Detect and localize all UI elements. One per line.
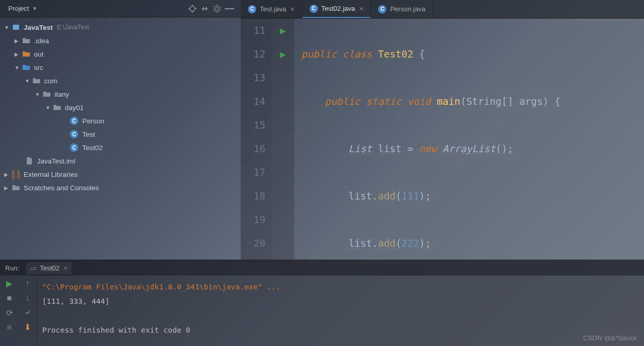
tree-file-iml[interactable]: JavaTest.iml xyxy=(0,154,241,168)
tree-package-com[interactable]: ▼ com xyxy=(0,74,241,87)
tree-label: External Libraries xyxy=(24,171,78,178)
chevron-down-icon: ▼ xyxy=(25,78,32,84)
run-line-icon[interactable]: ▶ xyxy=(272,19,294,42)
class-icon: C xyxy=(378,5,386,13)
t: . xyxy=(372,190,378,202)
tree-class-test02[interactable]: C Test02 xyxy=(0,141,241,154)
tree-label: JavaTest xyxy=(24,24,53,31)
close-icon[interactable]: × xyxy=(64,264,68,272)
run-icon[interactable]: ▶ xyxy=(6,279,12,288)
code-area[interactable]: 11 12 13 14 15 16 17 18 19 20 ▶ ▶ p xyxy=(241,19,644,260)
gear-icon[interactable] xyxy=(211,3,223,15)
run-label: Run: xyxy=(5,264,19,272)
t: ( xyxy=(396,190,401,202)
dropdown-icon[interactable]: ▼ xyxy=(32,6,37,11)
folder-icon xyxy=(22,63,31,71)
t: ( xyxy=(396,238,401,249)
project-tree: ▼ JavaTest E:\JavaTest ▶ .idea ▶ out ▼ xyxy=(0,17,241,197)
svg-rect-9 xyxy=(13,25,19,30)
t: 222 xyxy=(402,238,419,249)
tree-package-day01[interactable]: ▼ day01 xyxy=(0,101,241,114)
gutter-icons: ▶ ▶ xyxy=(272,19,294,260)
project-sidebar: Project ▼ — ▼ JavaTest E:\JavaTest ▶ xyxy=(0,0,241,260)
t: ; xyxy=(425,190,431,202)
t: Test02 xyxy=(378,48,414,60)
tree-label: itany xyxy=(55,90,69,98)
debug-icon[interactable]: ⟳ xyxy=(6,308,13,318)
export-icon[interactable]: ⬇ xyxy=(24,322,31,332)
tab-label: Person.java xyxy=(390,5,425,13)
t: = xyxy=(402,143,419,154)
tab-label: Test.java xyxy=(260,5,286,13)
tree-label: JavaTest.iml xyxy=(37,157,75,165)
run-toolbar-left: ▶ ■ ⟳ ≡ xyxy=(0,276,19,346)
t: String xyxy=(466,96,502,107)
tree-label: Person xyxy=(82,117,104,125)
tab-label: Test02.java xyxy=(321,5,355,12)
chevron-down-icon: ▼ xyxy=(4,25,11,30)
file-icon xyxy=(25,157,34,165)
t: add xyxy=(378,190,396,202)
locate-icon[interactable] xyxy=(186,3,199,15)
t: new xyxy=(419,143,437,154)
wrap-icon[interactable]: ⤶ xyxy=(24,307,31,317)
sidebar-header: Project ▼ — xyxy=(0,0,241,17)
module-icon xyxy=(11,23,21,31)
tree-scratches[interactable]: ▶ Scratches and Consoles xyxy=(0,181,241,194)
run-tab[interactable]: ▭ Test02 × xyxy=(26,262,71,274)
t: ) xyxy=(543,96,548,107)
close-icon[interactable]: × xyxy=(359,5,363,13)
t: 111 xyxy=(402,190,419,202)
t: ) xyxy=(419,238,425,249)
tree-path: E:\JavaTest xyxy=(57,24,89,31)
t: main xyxy=(437,96,460,107)
folder-icon xyxy=(22,37,31,45)
t: ; xyxy=(425,238,431,249)
tree-class-test[interactable]: C Test xyxy=(0,128,241,141)
tree-class-person[interactable]: C Person xyxy=(0,114,241,128)
t: args xyxy=(519,96,543,107)
run-header: Run: ▭ Test02 × xyxy=(0,260,644,276)
close-icon[interactable]: × xyxy=(290,5,294,13)
tree-label: out xyxy=(34,50,44,58)
stop-icon[interactable]: ■ xyxy=(7,294,12,303)
run-line-icon[interactable]: ▶ xyxy=(272,42,294,66)
t: ) xyxy=(419,190,425,202)
line-number: 14 xyxy=(241,89,265,113)
tab-test-java[interactable]: C Test.java × xyxy=(241,0,302,18)
expand-icon[interactable] xyxy=(199,3,211,15)
library-icon: ║║ xyxy=(11,170,21,178)
t: ( xyxy=(460,96,466,107)
tree-label: Scratches and Consoles xyxy=(24,184,99,192)
tree-package-itany[interactable]: ▼ itany xyxy=(0,87,241,101)
package-icon xyxy=(52,103,62,112)
up-icon[interactable]: ↑ xyxy=(26,279,30,288)
layout-icon[interactable]: ≡ xyxy=(7,323,11,332)
line-number: 12 xyxy=(241,42,265,66)
run-panel: Run: ▭ Test02 × ▶ ■ ⟳ ≡ ↑ ↓ ⤶ ⬇ "C:\Prog… xyxy=(0,260,644,346)
t: add xyxy=(378,238,396,249)
class-icon: C xyxy=(70,117,78,125)
scratches-icon xyxy=(11,184,21,192)
chevron-down-icon: ▼ xyxy=(14,65,22,70)
sidebar-title[interactable]: Project xyxy=(8,5,29,12)
code-content[interactable]: public class Test02 { public static void… xyxy=(294,19,561,260)
tree-folder-idea[interactable]: ▶ .idea xyxy=(0,34,241,47)
tab-test02-java[interactable]: C Test02.java × xyxy=(302,0,371,18)
tree-folder-out[interactable]: ▶ out xyxy=(0,47,241,61)
t: { xyxy=(419,48,425,60)
t: static xyxy=(366,96,402,107)
down-icon[interactable]: ↓ xyxy=(26,293,30,302)
line-number: 18 xyxy=(241,184,265,208)
tree-root[interactable]: ▼ JavaTest E:\JavaTest xyxy=(0,21,241,34)
line-number: 13 xyxy=(241,66,265,89)
tree-external-libraries[interactable]: ▶ ║║ External Libraries xyxy=(0,168,241,181)
tree-folder-src[interactable]: ▼ src xyxy=(0,61,241,74)
hide-icon[interactable]: — xyxy=(223,3,236,15)
tab-person-java[interactable]: C Person.java xyxy=(371,0,433,18)
chevron-right-icon: ▶ xyxy=(14,38,22,44)
watermark: CSDN @&*Savior xyxy=(583,334,637,342)
console-output[interactable]: "C:\Program Files\Java\jdk1.8.0_341\bin\… xyxy=(37,276,644,346)
t: ; xyxy=(507,143,513,154)
chevron-right-icon: ▶ xyxy=(14,51,22,57)
